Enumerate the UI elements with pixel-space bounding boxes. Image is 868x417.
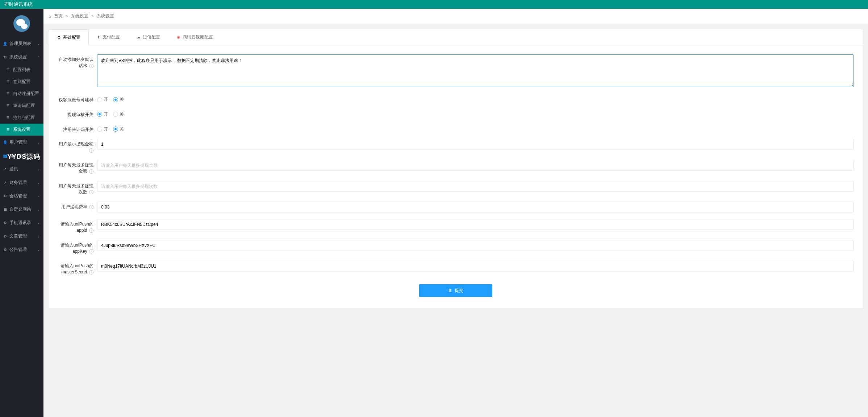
breadcrumb: ⌂ 首页 > 系统设置 > 系统设置 — [43, 9, 868, 24]
link-icon: ↗ — [3, 181, 7, 185]
sub-autoreg-config[interactable]: ☰自动注册配置 — [0, 88, 43, 100]
chevron-down-icon: ⌄ — [37, 140, 40, 144]
gear-icon: ⚙ — [3, 55, 7, 59]
gear-icon: ⚙ — [3, 248, 7, 252]
list-icon: ☰ — [7, 104, 10, 108]
info-icon[interactable]: i — [89, 205, 93, 209]
tab-basic-config[interactable]: ⚙ 基础配置 — [49, 29, 89, 45]
sidebar-item-articles[interactable]: ⚙文章管理 ⌄ — [0, 230, 43, 243]
user-icon: 👤 — [3, 42, 7, 46]
sub-invite-config[interactable]: ☰邀请码配置 — [0, 100, 43, 112]
chevron-down-icon: ⌄ — [37, 221, 40, 225]
radio-cs-group-on[interactable]: 开 — [97, 96, 108, 103]
label-min-withdraw: 用户最小提现金额 i — [58, 139, 97, 153]
info-icon[interactable]: i — [89, 169, 93, 174]
tab-bar: ⚙ 基础配置 ⬆ 支付配置 ☁ 短信配置 ◉ 腾讯云视频配置 — [49, 29, 863, 45]
list-icon: ☰ — [7, 116, 10, 120]
breadcrumb-l1[interactable]: 系统设置 — [71, 13, 88, 19]
label-unipush-appkey: 请输入uniPush的appKey i — [58, 240, 97, 255]
label-register-captcha: 注册验证码开关 — [58, 124, 97, 133]
input-min-withdraw[interactable] — [97, 139, 854, 150]
main-content: ⌂ 首页 > 系统设置 > 系统设置 ⚙ 基础配置 ⬆ 支付配置 ☁ 短信配置 — [43, 9, 868, 417]
chevron-down-icon: ⌄ — [37, 167, 40, 171]
info-icon[interactable]: i — [89, 270, 93, 274]
list-icon: ☰ — [7, 68, 10, 72]
sidebar-item-contacts[interactable]: ⚙手机通讯录 ⌄ — [0, 216, 43, 230]
upload-icon: ⬆ — [97, 35, 100, 40]
chevron-down-icon: ⌄ — [37, 248, 40, 252]
list-icon: ☰ — [7, 92, 10, 96]
sub-config-list[interactable]: ☰配置列表 — [0, 64, 43, 76]
link-icon: ↗ — [3, 167, 7, 172]
info-icon[interactable]: i — [89, 64, 93, 68]
chevron-down-icon: ⌄ — [37, 154, 40, 158]
chevron-up-icon: ⌃ — [37, 55, 40, 59]
chevron-down-icon: ⌄ — [37, 42, 40, 46]
chevron-down-icon: ⌄ — [37, 234, 40, 238]
chevron-down-icon: ⌄ — [37, 194, 40, 198]
app-header: 即时通讯系统 — [0, 0, 868, 9]
chevron-down-icon: ⌄ — [37, 207, 40, 211]
input-max-daily-count[interactable] — [97, 181, 854, 192]
label-unipush-mastersecret: 请输入uniPush的masterSecret i — [58, 261, 97, 275]
form-area: 自动添加好友默认话术 i 仅客服账号可建群 开 关 提现审核开关 开 — [49, 45, 863, 308]
logo — [0, 9, 43, 37]
label-withdraw-fee: 用户提现费率 i — [58, 202, 97, 210]
sidebar-item-user-mgmt[interactable]: 👤用户管理 ⌄ — [0, 136, 43, 149]
sidebar-item-session[interactable]: ⚙会话管理 ⌄ — [0, 189, 43, 203]
gear-icon: ⚙ — [57, 35, 61, 40]
label-default-greeting: 自动添加好友默认话术 i — [58, 54, 97, 69]
gear-icon: ⚙ — [3, 194, 7, 198]
content-card: ⚙ 基础配置 ⬆ 支付配置 ☁ 短信配置 ◉ 腾讯云视频配置 自 — [49, 29, 863, 308]
chevron-down-icon: ⌄ — [37, 181, 40, 185]
info-icon[interactable]: i — [89, 190, 93, 194]
sidebar-item-system-settings[interactable]: ⚙系统设置 ⌃ — [0, 50, 43, 64]
radio-captcha-off[interactable]: 关 — [113, 126, 124, 132]
breadcrumb-l2: 系统设置 — [97, 13, 114, 19]
sidebar-item-finance[interactable]: ↗财务管理 ⌄ — [0, 176, 43, 189]
home-icon: ⌂ — [49, 14, 51, 18]
sidebar-item-group-mgmt[interactable]: 👥群组管理 ⌄ — [0, 149, 43, 162]
breadcrumb-home[interactable]: 首页 — [54, 13, 63, 19]
user-icon: 👤 — [3, 140, 7, 145]
sidebar-item-admin-list[interactable]: 👤管理员列表 ⌄ — [0, 37, 43, 50]
list-icon: ☰ — [7, 80, 10, 84]
label-max-daily-amount: 用户每天最多提现金额 i — [58, 160, 97, 174]
input-withdraw-fee[interactable] — [97, 202, 854, 212]
label-unipush-appid: 请输入uniPush的appid i — [58, 219, 97, 234]
sub-signin-config[interactable]: ☰签到配置 — [0, 76, 43, 88]
info-icon[interactable]: i — [89, 228, 93, 233]
input-unipush-appid[interactable] — [97, 219, 854, 230]
sub-system-settings[interactable]: ☰系统设置 — [0, 124, 43, 136]
users-icon: 👥 — [3, 154, 7, 158]
sidebar-item-custom-site[interactable]: ▦自定义网站 ⌄ — [0, 203, 43, 216]
submit-button[interactable]: 🗎 提交 — [419, 284, 492, 297]
cloud-icon: ☁ — [137, 35, 141, 40]
info-icon[interactable]: i — [89, 249, 93, 253]
radio-captcha-on[interactable]: 开 — [97, 126, 108, 132]
input-unipush-mastersecret[interactable] — [97, 261, 854, 272]
sidebar-item-comms[interactable]: ↗通讯 ⌄ — [0, 162, 43, 176]
tab-sms-config[interactable]: ☁ 短信配置 — [128, 29, 168, 45]
gear-icon: ⚙ — [3, 221, 7, 225]
label-max-daily-count: 用户每天最多提现次数 i — [58, 181, 97, 195]
label-cs-only-group: 仅客服账号可建群 — [58, 95, 97, 103]
input-default-greeting[interactable] — [97, 54, 854, 87]
gear-icon: ⚙ — [3, 234, 7, 239]
tab-tencent-video-config[interactable]: ◉ 腾讯云视频配置 — [168, 29, 221, 45]
save-icon: 🗎 — [448, 288, 452, 293]
radio-withdraw-audit-off[interactable]: 关 — [113, 111, 124, 117]
label-withdraw-audit: 提现审核开关 — [58, 110, 97, 118]
sidebar: 👤管理员列表 ⌄ ⚙系统设置 ⌃ ☰配置列表 ☰签到配置 ☰自动注册配置 ☰邀请… — [0, 9, 43, 417]
tab-payment-config[interactable]: ⬆ 支付配置 — [89, 29, 128, 45]
video-icon: ◉ — [177, 35, 180, 40]
input-max-daily-amount[interactable] — [97, 160, 854, 171]
radio-cs-group-off[interactable]: 关 — [113, 96, 124, 103]
wechat-icon — [13, 15, 30, 32]
sub-redpacket-config[interactable]: ☰抢红包配置 — [0, 112, 43, 124]
sidebar-item-announce[interactable]: ⚙公告管理 ⌄ — [0, 243, 43, 256]
list-icon: ☰ — [7, 128, 10, 132]
input-unipush-appkey[interactable] — [97, 240, 854, 251]
radio-withdraw-audit-on[interactable]: 开 — [97, 111, 108, 117]
info-icon[interactable]: i — [89, 148, 93, 153]
